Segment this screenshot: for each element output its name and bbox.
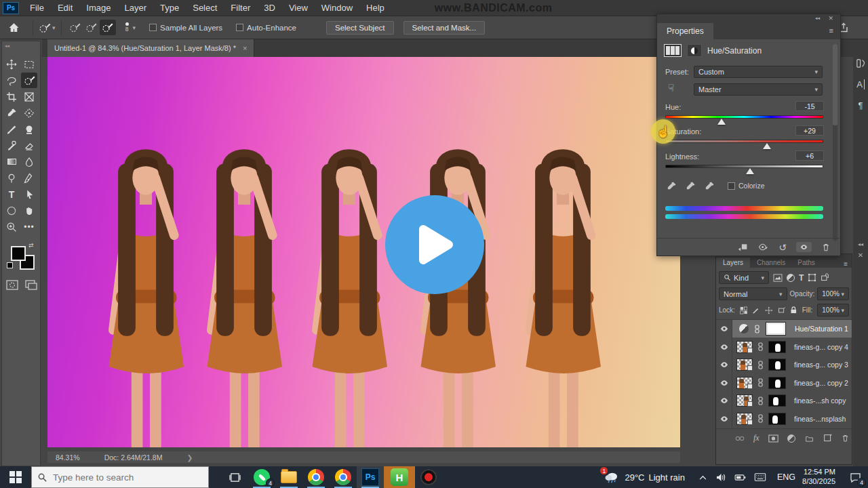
brush-size-picker[interactable]: 8 bbox=[125, 22, 129, 33]
add-selection-mode-button[interactable] bbox=[83, 20, 100, 35]
record-taskbar-icon[interactable] bbox=[415, 466, 442, 488]
layer-mask-link-icon[interactable] bbox=[756, 413, 765, 424]
colorize-checkbox[interactable]: Colorize bbox=[728, 182, 765, 190]
layer-mask-link-icon[interactable] bbox=[753, 324, 762, 334]
layer-row[interactable]: fineas-...sh copy bbox=[716, 392, 852, 409]
layer-thumbnail[interactable] bbox=[736, 377, 753, 389]
adjustments-panel-icon[interactable] bbox=[856, 58, 866, 68]
lock-transparency-icon[interactable] bbox=[740, 306, 748, 314]
notification-center-button[interactable]: 4 bbox=[842, 466, 868, 488]
layer-effects-button[interactable]: fx bbox=[753, 433, 760, 443]
opacity-value[interactable]: 100%▾ bbox=[817, 287, 849, 300]
menu-filter[interactable]: Filter bbox=[224, 3, 257, 13]
move-tool[interactable] bbox=[3, 56, 20, 72]
screen-mode-button[interactable] bbox=[25, 280, 37, 290]
layer-visibility-icon[interactable] bbox=[716, 392, 732, 409]
layer-visibility-icon[interactable] bbox=[716, 356, 732, 373]
character-panel-icon[interactable]: A bbox=[856, 79, 865, 89]
new-selection-mode-button[interactable] bbox=[67, 20, 83, 35]
whatsapp-taskbar-icon[interactable]: 4 bbox=[248, 466, 275, 488]
blend-mode-select[interactable]: Normal▾ bbox=[719, 287, 787, 300]
layer-row[interactable]: fineas-g... copy 3 bbox=[716, 356, 852, 373]
saturation-value[interactable]: +29 bbox=[795, 125, 824, 136]
weather-text[interactable]: Light rain bbox=[648, 472, 684, 483]
quick-mask-button[interactable] bbox=[6, 280, 18, 290]
channel-select[interactable]: Master▾ bbox=[694, 83, 823, 96]
layer-thumbnail[interactable] bbox=[736, 394, 753, 407]
layer-mask-thumbnail[interactable] bbox=[766, 322, 786, 336]
layer-mask-link-icon[interactable] bbox=[756, 378, 765, 388]
taskbar-search[interactable] bbox=[31, 466, 209, 488]
menu-image[interactable]: Image bbox=[79, 3, 117, 13]
layer-mask-thumbnail[interactable] bbox=[768, 413, 786, 425]
default-colors-icon[interactable] bbox=[7, 262, 13, 268]
clone-stamp-tool[interactable] bbox=[21, 121, 37, 137]
layer-mask-thumbnail[interactable] bbox=[768, 377, 786, 389]
hue-slider[interactable] bbox=[665, 115, 823, 119]
canvas[interactable] bbox=[47, 57, 680, 447]
zoom-level[interactable]: 84.31% bbox=[56, 453, 80, 462]
filter-pixel-layers-icon[interactable] bbox=[773, 274, 783, 282]
properties-menu-icon[interactable]: ≡ bbox=[829, 26, 833, 35]
history-brush-tool[interactable] bbox=[3, 138, 20, 153]
layer-visibility-icon[interactable] bbox=[716, 374, 732, 392]
select-subject-button[interactable]: Select Subject bbox=[326, 21, 394, 35]
task-view-button[interactable] bbox=[221, 466, 248, 488]
tab-properties[interactable]: Properties bbox=[657, 23, 713, 39]
sample-all-layers-checkbox[interactable]: Sample All Layers bbox=[149, 24, 222, 32]
brush-tool[interactable] bbox=[3, 121, 20, 137]
layer-thumbnail[interactable] bbox=[736, 341, 753, 353]
select-and-mask-button[interactable]: Select and Mask... bbox=[403, 21, 486, 35]
lock-all-icon[interactable] bbox=[790, 306, 797, 314]
panel-collapse-icon[interactable]: ◂◂ bbox=[815, 16, 820, 21]
view-previous-state-button[interactable] bbox=[757, 243, 769, 251]
menu-edit[interactable]: Edit bbox=[51, 3, 79, 13]
tab-layers[interactable]: Layers bbox=[716, 258, 750, 268]
menu-window[interactable]: Window bbox=[315, 3, 359, 13]
language-indicator[interactable]: ENG bbox=[777, 472, 795, 482]
tool-preset[interactable]: ▾ bbox=[39, 22, 56, 34]
saturation-slider[interactable] bbox=[665, 140, 823, 143]
smudge-tool[interactable] bbox=[21, 154, 37, 169]
layer-row[interactable]: fineas-g... copy 2 bbox=[716, 374, 852, 392]
hue-value[interactable]: -15 bbox=[795, 101, 824, 111]
paragraph-panel-icon[interactable]: ¶ bbox=[859, 100, 863, 110]
tray-expand-icon[interactable] bbox=[694, 466, 712, 488]
lock-artboard-icon[interactable] bbox=[778, 306, 786, 314]
start-button[interactable] bbox=[0, 466, 31, 488]
brush-size-chevron-icon[interactable]: ▾ bbox=[133, 24, 136, 31]
touch-keyboard-icon[interactable] bbox=[750, 466, 770, 488]
battery-icon[interactable] bbox=[731, 466, 750, 488]
filter-shape-layers-icon[interactable] bbox=[808, 273, 816, 282]
crop-tool[interactable] bbox=[3, 89, 20, 104]
status-arrow-icon[interactable]: ❯ bbox=[186, 453, 193, 462]
chrome-taskbar-icon[interactable] bbox=[302, 466, 330, 488]
layer-thumbnail[interactable] bbox=[736, 413, 753, 425]
layer-mask-thumbnail[interactable] bbox=[768, 394, 786, 407]
path-selection-tool[interactable] bbox=[21, 186, 37, 202]
h-app-taskbar-icon[interactable]: H bbox=[384, 466, 415, 488]
new-layer-button[interactable] bbox=[823, 434, 832, 443]
layer-mask-link-icon[interactable] bbox=[756, 360, 765, 370]
saturation-slider-thumb[interactable] bbox=[763, 143, 771, 149]
tab-paths[interactable]: Paths bbox=[792, 258, 821, 268]
dodge-tool[interactable] bbox=[3, 170, 20, 186]
zoom-tool[interactable] bbox=[3, 219, 20, 235]
video-play-button[interactable] bbox=[385, 195, 484, 294]
layer-row[interactable]: fineas-...nsplash bbox=[716, 410, 852, 428]
new-adjustment-layer-button[interactable] bbox=[787, 434, 795, 443]
menu-select[interactable]: Select bbox=[186, 3, 224, 13]
preset-select[interactable]: Custom▾ bbox=[694, 66, 823, 78]
layer-visibility-icon[interactable] bbox=[716, 338, 732, 356]
layer-row-hue-saturation[interactable]: Hue/Saturation 1 bbox=[716, 320, 852, 338]
layer-mask-thumbnail[interactable] bbox=[768, 359, 786, 371]
toggle-visibility-button[interactable] bbox=[796, 242, 812, 252]
eraser-tool[interactable] bbox=[21, 138, 37, 153]
auto-enhance-checkbox[interactable]: Auto-Enhance bbox=[236, 24, 296, 32]
foreground-color-swatch[interactable] bbox=[11, 246, 26, 261]
layer-visibility-icon[interactable] bbox=[716, 320, 732, 338]
targeted-adjustment-icon[interactable]: ☟ bbox=[668, 82, 674, 94]
swap-colors-icon[interactable]: ⇄ bbox=[28, 242, 34, 249]
hand-tool[interactable] bbox=[21, 203, 37, 218]
dock-close-icon[interactable]: ✕ bbox=[858, 251, 863, 259]
